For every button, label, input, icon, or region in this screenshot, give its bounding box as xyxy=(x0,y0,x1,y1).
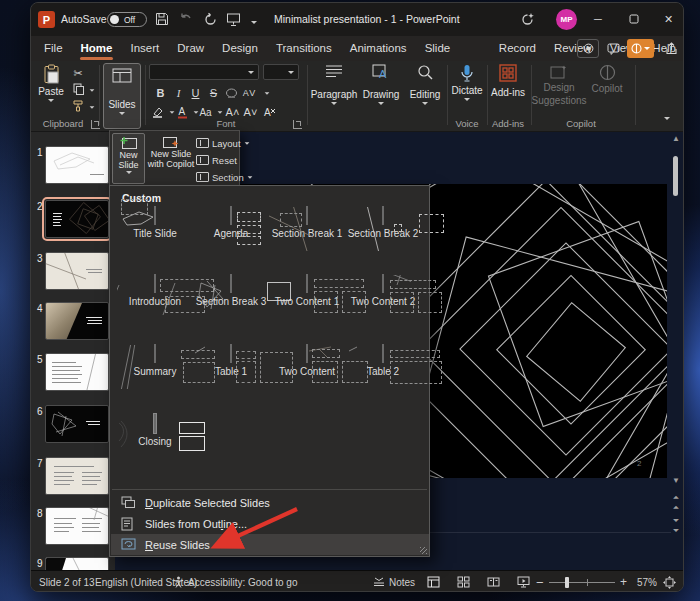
zoom-slider-thumb[interactable] xyxy=(565,577,569,588)
zoom-slider-track[interactable] xyxy=(549,582,615,583)
window-title: Minimalist presentation - 1 - PowerPoint xyxy=(274,13,460,25)
ribbon-collapse-chevron-icon[interactable] xyxy=(659,111,675,125)
zoom-in-button[interactable]: + xyxy=(620,571,627,592)
tab-home[interactable]: Home xyxy=(72,36,122,61)
design-suggestions-label2: Suggestions xyxy=(531,95,586,106)
reset-button[interactable]: Reset xyxy=(196,152,240,168)
share-icon[interactable] xyxy=(661,39,681,58)
menu-resize-grip[interactable] xyxy=(420,547,427,554)
layout-section-break-2[interactable]: Section Break 2 xyxy=(345,207,421,239)
comments-icon[interactable] xyxy=(603,39,623,58)
paragraph-button[interactable]: Paragraph xyxy=(312,64,356,105)
section-button[interactable]: Section xyxy=(196,169,240,185)
cut-icon[interactable]: ✂ xyxy=(70,66,86,80)
slide-thumbnail-2-selected[interactable] xyxy=(45,200,109,238)
tab-slide-show[interactable]: Slide Show xyxy=(416,36,490,61)
reading-view-button[interactable] xyxy=(487,571,500,592)
minimize-button[interactable]: ─ xyxy=(580,3,616,35)
copilot-button[interactable] xyxy=(627,39,654,58)
autosave-toggle[interactable]: Off xyxy=(107,12,147,27)
tab-record[interactable]: Record xyxy=(490,36,545,61)
bold-button[interactable]: B xyxy=(152,85,169,101)
voice-group-label: Voice xyxy=(444,118,490,129)
undo-icon[interactable] xyxy=(177,10,195,28)
slide-thumbnail-5[interactable] xyxy=(45,353,109,391)
font-size-combo[interactable] xyxy=(263,64,299,80)
slides-group-flyout: New Slide New Slide with Copilot Layout … xyxy=(109,130,240,186)
layout-button[interactable]: Layout xyxy=(196,135,240,151)
new-slide-button[interactable]: New Slide xyxy=(112,133,145,184)
tab-draw[interactable]: Draw xyxy=(168,36,213,61)
paste-button[interactable]: Paste xyxy=(35,64,67,102)
save-icon[interactable] xyxy=(153,10,171,28)
layout-closing[interactable]: Closing xyxy=(117,415,193,447)
slide-thumbnail-3[interactable] xyxy=(45,252,109,290)
layout-agenda[interactable]: Agenda xyxy=(193,207,269,239)
slide-thumbnail-6[interactable] xyxy=(45,405,109,443)
slide-thumbnail-7[interactable] xyxy=(45,457,109,495)
slide-sorter-view-button[interactable] xyxy=(457,571,470,592)
text-shadow-icon[interactable] xyxy=(223,85,240,101)
clipboard-group-label: Clipboard xyxy=(35,118,91,129)
slide-thumbnail-9[interactable] xyxy=(45,557,109,570)
avatar[interactable]: MP xyxy=(556,9,577,30)
tab-insert[interactable]: Insert xyxy=(121,36,168,61)
new-slide-label: New Slide xyxy=(113,151,144,170)
tab-animations[interactable]: Animations xyxy=(341,36,416,61)
slide-thumbnail-8[interactable] xyxy=(45,507,109,545)
tab-transitions[interactable]: Transitions xyxy=(267,36,341,61)
redo-icon[interactable] xyxy=(201,10,219,28)
font-dialog-launcher[interactable] xyxy=(293,120,302,129)
slide-number: 8 xyxy=(37,508,43,519)
layout-table-1[interactable]: Table 1 xyxy=(193,345,269,377)
clear-formatting-icon[interactable]: A xyxy=(261,104,278,120)
accessibility-status[interactable]: Accessibility: Good to go xyxy=(173,571,298,592)
slide-thumbnail-1[interactable] xyxy=(45,146,109,184)
layout-two-content-2[interactable]: Two Content 2 xyxy=(345,275,421,307)
search-sparkle-icon[interactable] xyxy=(518,10,536,28)
drawing-button[interactable]: A Drawing xyxy=(360,64,402,105)
close-button[interactable]: ✕ xyxy=(652,3,684,35)
new-slide-with-copilot-button[interactable]: New Slide with Copilot xyxy=(147,133,195,184)
tab-design[interactable]: Design xyxy=(213,36,267,61)
tab-file[interactable]: File xyxy=(35,36,72,61)
layout-two-content-1[interactable]: Two Content 1 xyxy=(269,275,345,307)
slide-thumbnail-4[interactable] xyxy=(45,302,109,340)
layout-section-break-1[interactable]: Section Break 1 xyxy=(269,207,345,239)
normal-view-button[interactable] xyxy=(427,571,440,592)
slideshow-view-button[interactable] xyxy=(517,571,530,592)
editing-button[interactable]: Editing xyxy=(405,64,445,105)
slide-counter[interactable]: Slide 2 of 13 xyxy=(39,571,95,592)
quick-access-chevron-icon[interactable] xyxy=(245,13,263,31)
notes-toggle[interactable]: Notes xyxy=(373,571,415,592)
layout-two-content[interactable]: Two Content xyxy=(269,345,345,377)
maximize-button[interactable] xyxy=(616,3,652,35)
previous-slide-icon[interactable]: ⏶⏶ xyxy=(669,493,683,513)
italic-button[interactable]: I xyxy=(170,85,187,101)
vertical-scrollbar-thumb[interactable] xyxy=(673,156,678,196)
zoom-out-button[interactable]: − xyxy=(536,571,544,592)
layout-table-2[interactable]: Table 2 xyxy=(345,345,421,377)
layout-section-break-3[interactable]: Section Break 3 xyxy=(193,275,269,307)
layout-introduction[interactable]: Introduction xyxy=(117,275,193,307)
layout-title-slide[interactable]: Title Slide xyxy=(117,207,193,239)
dictate-button[interactable]: Dictate xyxy=(450,64,484,101)
start-presentation-icon[interactable] xyxy=(224,10,242,28)
scroll-up-icon[interactable]: ▲ xyxy=(669,134,683,143)
addins-button[interactable]: Add-ins xyxy=(490,64,526,98)
fit-slide-to-window-button[interactable] xyxy=(663,571,676,592)
format-painter-chevron-icon[interactable] xyxy=(84,100,100,114)
layout-summary[interactable]: Summary xyxy=(117,345,193,377)
zoom-level[interactable]: 57% xyxy=(637,571,657,592)
record-button[interactable] xyxy=(577,39,599,58)
slide-number: 9 xyxy=(37,558,43,569)
next-slide-icon[interactable]: ⏷⏷ xyxy=(669,516,683,536)
character-spacing-button[interactable]: AV xyxy=(241,85,258,101)
strikethrough-button[interactable]: S xyxy=(205,85,222,101)
font-name-combo[interactable] xyxy=(149,64,259,80)
scroll-down-icon[interactable]: ▼ xyxy=(669,476,683,485)
underline-button[interactable]: U xyxy=(187,85,204,101)
copy-chevron-icon[interactable] xyxy=(84,83,100,97)
slides-button[interactable]: Slides xyxy=(103,63,141,129)
char-spacing-chevron-icon[interactable] xyxy=(259,86,275,100)
